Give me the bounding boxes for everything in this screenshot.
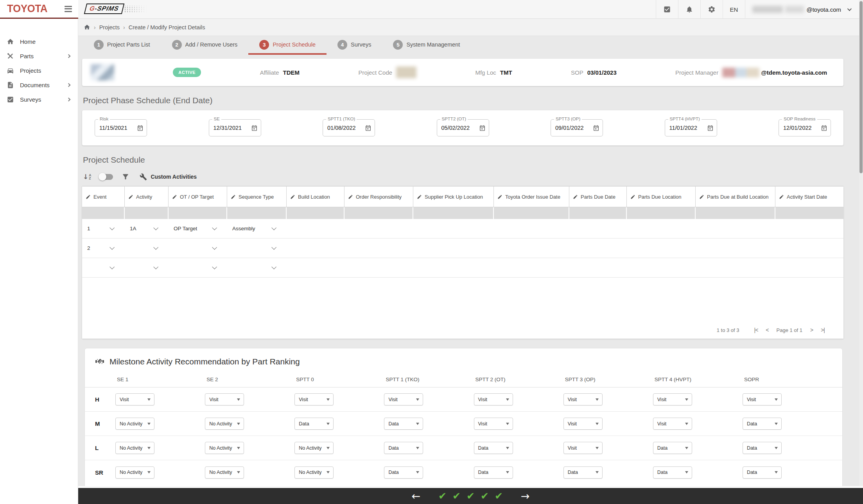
- calendar-icon[interactable]: [821, 125, 827, 131]
- column-header-build-location[interactable]: Build Location: [287, 187, 344, 207]
- forward-arrow-button[interactable]: →: [521, 491, 530, 501]
- column-header-order-responsibility[interactable]: Order Responsibility: [344, 187, 413, 207]
- step-project-schedule[interactable]: 3 Project Schedule: [248, 36, 327, 55]
- activity-select[interactable]: No Activity: [205, 418, 244, 430]
- language-selector[interactable]: EN: [723, 0, 745, 19]
- sidebar-item-home[interactable]: Home: [0, 34, 78, 49]
- step-surveys[interactable]: 4 Surveys: [327, 36, 382, 55]
- column-header-parts-due-date[interactable]: Parts Due Date: [569, 187, 627, 207]
- event-select[interactable]: 1: [82, 219, 125, 238]
- column-header-parts-due-at-build-location[interactable]: Parts Due at Build Location: [696, 187, 775, 207]
- hamburger-menu-icon[interactable]: [65, 6, 72, 12]
- activity-select[interactable]: Visit: [205, 393, 244, 405]
- activity-select[interactable]: Visit: [653, 393, 692, 405]
- activity-select[interactable]: Data: [384, 442, 423, 454]
- first-page-button[interactable]: |<: [754, 327, 758, 333]
- activity-select[interactable]: Visit: [563, 393, 603, 405]
- sequence-type-select[interactable]: Assembly: [227, 219, 287, 238]
- approvals-button[interactable]: [656, 0, 678, 19]
- activity-select[interactable]: Visit: [653, 418, 692, 430]
- activity-select[interactable]: Data: [294, 418, 334, 430]
- activity-select[interactable]: Data: [474, 442, 513, 454]
- calendar-icon[interactable]: [593, 125, 599, 131]
- user-account-menu[interactable]: @toyota.com: [745, 0, 858, 19]
- activity-select[interactable]: No Activity: [115, 418, 154, 430]
- activity-select[interactable]: Data: [474, 466, 513, 479]
- settings-button[interactable]: [700, 0, 723, 19]
- ot-op-target-select[interactable]: OP Target: [169, 219, 227, 238]
- activity-select[interactable]: No Activity: [115, 466, 154, 479]
- home-icon[interactable]: [84, 24, 90, 30]
- activity-select[interactable]: 1A: [125, 219, 169, 238]
- activity-select[interactable]: Visit: [294, 393, 334, 405]
- activity-select[interactable]: Data: [743, 442, 782, 454]
- sidebar-item-projects[interactable]: Projects: [0, 63, 78, 78]
- activity-select[interactable]: Visit: [563, 442, 603, 454]
- sidebar-item-parts[interactable]: Parts: [0, 49, 78, 63]
- date-field-risk[interactable]: Risk 11/15/2021: [95, 119, 147, 136]
- sort-az-button[interactable]: ↓AZ: [83, 173, 91, 181]
- back-arrow-button[interactable]: ←: [411, 491, 420, 501]
- date-field-sptt3-op[interactable]: SPTT3 (OP) 09/01/2022: [551, 119, 603, 136]
- sequence-type-select[interactable]: [227, 239, 287, 258]
- activity-select[interactable]: No Activity: [294, 466, 334, 479]
- date-field-sop-readiness[interactable]: SOP Readiness 12/01/2022: [779, 119, 831, 136]
- activity-select[interactable]: Data: [743, 466, 782, 479]
- calendar-icon[interactable]: [365, 125, 371, 131]
- step-add-remove-users[interactable]: 2 Add / Remove Users: [161, 36, 249, 55]
- activity-select[interactable]: Visit: [743, 393, 782, 405]
- step-system-management[interactable]: 5 System Management: [382, 36, 471, 55]
- calendar-icon[interactable]: [137, 125, 144, 131]
- column-header-ot-op-target[interactable]: OT / OP Target: [169, 187, 227, 207]
- column-header-event[interactable]: Event: [82, 187, 125, 207]
- event-select[interactable]: 2: [82, 239, 125, 258]
- column-header-supplier-pickup-location[interactable]: Supplier Pick Up Location: [413, 187, 494, 207]
- date-field-se[interactable]: SE 12/31/2021: [209, 119, 261, 136]
- activity-select[interactable]: Visit: [474, 393, 513, 405]
- activity-select[interactable]: Data: [563, 466, 603, 479]
- activity-select[interactable]: Visit: [474, 418, 513, 430]
- column-header-toyota-order-issue-date[interactable]: Toyota Order Issue Date: [494, 187, 569, 207]
- step-project-parts-list[interactable]: 1 Project Parts List: [83, 36, 161, 55]
- calendar-icon[interactable]: [479, 125, 486, 131]
- activity-select[interactable]: No Activity: [205, 466, 244, 479]
- activity-select[interactable]: No Activity: [115, 442, 154, 454]
- custom-activities-button[interactable]: Custom Activities: [140, 173, 197, 181]
- activity-select[interactable]: Data: [384, 466, 423, 479]
- breadcrumb-projects[interactable]: Projects: [99, 24, 120, 30]
- activity-select[interactable]: [125, 239, 169, 258]
- activity-select[interactable]: Data: [653, 442, 692, 454]
- ot-op-target-select[interactable]: [169, 239, 227, 258]
- column-header-activity[interactable]: Activity: [125, 187, 169, 207]
- breadcrumb: › Projects › Create / Modify Project Det…: [78, 19, 863, 36]
- scrollbar-thumb[interactable]: [859, 1, 863, 173]
- schedule-toggle[interactable]: [100, 174, 113, 180]
- activity-select[interactable]: No Activity: [294, 442, 334, 454]
- column-header-parts-due-location[interactable]: Parts Due Location: [627, 187, 696, 207]
- event-select[interactable]: [82, 258, 125, 277]
- activity-select[interactable]: Visit: [563, 418, 603, 430]
- filter-icon[interactable]: [122, 173, 129, 181]
- activity-select[interactable]: Visit: [384, 393, 423, 405]
- activity-select[interactable]: Visit: [115, 393, 154, 405]
- activity-select[interactable]: Data: [743, 418, 782, 430]
- last-page-button[interactable]: >|: [821, 327, 825, 333]
- sidebar-item-documents[interactable]: Documents: [0, 78, 78, 92]
- calendar-icon[interactable]: [251, 125, 258, 131]
- previous-page-button[interactable]: <: [766, 327, 768, 333]
- activity-select[interactable]: [125, 258, 169, 277]
- next-page-button[interactable]: >: [810, 327, 813, 333]
- activity-select[interactable]: Data: [384, 418, 423, 430]
- date-field-sptt4-hvpt[interactable]: SPTT4 (HVPT) 11/01/2022: [665, 119, 717, 136]
- activity-select[interactable]: No Activity: [205, 442, 244, 454]
- date-field-sptt2-ot[interactable]: SPTT2 (OT) 05/02/2022: [437, 119, 489, 136]
- column-header-activity-start-date[interactable]: Activity Start Date: [775, 187, 843, 207]
- date-field-sptt1-tko[interactable]: SPTT1 (TKO) 01/08/2022: [323, 119, 375, 136]
- ot-op-target-select[interactable]: [169, 258, 227, 277]
- column-header-sequence-type[interactable]: Sequence Type: [227, 187, 287, 207]
- notifications-button[interactable]: [678, 0, 700, 19]
- sidebar-item-surveys[interactable]: Surveys: [0, 92, 78, 107]
- sequence-type-select[interactable]: [227, 258, 287, 277]
- activity-select[interactable]: Data: [653, 466, 692, 479]
- calendar-icon[interactable]: [707, 125, 714, 131]
